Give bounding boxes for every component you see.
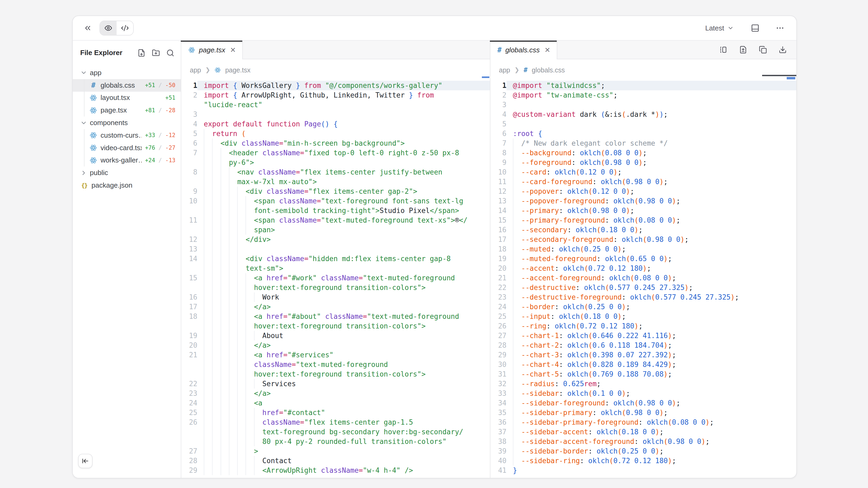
- code-line[interactable]: 35 --sidebar-primary: oklch(0.98 0 0);: [490, 408, 796, 418]
- tree-folder-app[interactable]: app: [73, 67, 181, 79]
- code-line[interactable]: 27 >: [181, 446, 490, 456]
- code-line[interactable]: 6:root {: [490, 129, 796, 138]
- version-dropdown[interactable]: Latest: [702, 24, 737, 33]
- code-line[interactable]: 16 --secondary: oklch(0.18 0 0);: [490, 225, 796, 235]
- code-line[interactable]: 36 --sidebar-primary-foreground: oklch(0…: [490, 418, 796, 427]
- code-editor-globals-css[interactable]: 1@import "tailwindcss";2@import "tw-anim…: [490, 81, 796, 478]
- file-diff-button[interactable]: [737, 43, 749, 56]
- collapse-sidebar-button[interactable]: [78, 454, 93, 468]
- code-line[interactable]: 17 </a>: [181, 302, 490, 312]
- code-line[interactable]: 18 <a href="#about" className="text-mute…: [181, 312, 490, 321]
- code-line[interactable]: 30 --chart-4: oklch(0.828 0.189 84.429);: [490, 360, 796, 369]
- code-line[interactable]: 24 <a: [181, 398, 490, 408]
- code-line[interactable]: 28 Contact: [181, 456, 490, 465]
- split-panel-button[interactable]: [717, 43, 730, 56]
- code-line[interactable]: 7 /* New dark elegant color scheme */: [490, 138, 796, 148]
- code-line[interactable]: "lucide-react": [181, 100, 490, 109]
- code-line[interactable]: 18 --muted: oklch(0.25 0 0);: [490, 244, 796, 254]
- code-line[interactable]: 13 --popover-foreground: oklch(0.98 0 0)…: [490, 196, 796, 206]
- code-line[interactable]: 3: [181, 109, 490, 119]
- code-line[interactable]: 23 </a>: [181, 389, 490, 398]
- code-line[interactable]: 16 Work: [181, 292, 490, 302]
- tree-folder-public[interactable]: public: [73, 166, 181, 179]
- code-line[interactable]: 40 --sidebar-ring: oklch(0.72 0.12 180);: [490, 456, 796, 465]
- code-line[interactable]: 26 className="flex items-center gap-1.5: [181, 418, 490, 427]
- code-editor-page-tsx[interactable]: 1import { WorksGallery } from "@/compone…: [181, 81, 490, 478]
- new-file-button[interactable]: [137, 49, 146, 57]
- code-line[interactable]: 12 --popover: oklch(0.12 0 0);: [490, 187, 796, 196]
- chevrons-left-button[interactable]: [81, 22, 94, 34]
- preview-toggle-button[interactable]: [100, 21, 117, 35]
- tree-file-package.json[interactable]: {}package.json: [73, 179, 181, 192]
- code-line[interactable]: 4export default function Page() {: [181, 119, 490, 129]
- tree-file-globals.css[interactable]: #globals.css+51 / -50: [73, 79, 181, 92]
- tree-file-video-card.tsx[interactable]: video-card.tsx+76 / -27: [73, 142, 181, 154]
- code-line[interactable]: 23 --destructive-foreground: oklch(0.577…: [490, 292, 796, 302]
- code-line[interactable]: 12 </div>: [181, 235, 490, 244]
- code-line[interactable]: 14 --primary: oklch(0.98 0 0);: [490, 206, 796, 216]
- code-line[interactable]: 21 <a href="#services": [181, 350, 490, 360]
- code-line[interactable]: 15 --primary-foreground: oklch(0.08 0 0)…: [490, 216, 796, 225]
- code-line[interactable]: 7 <header className="fixed top-0 left-0 …: [181, 148, 490, 158]
- breadcrumb-folder[interactable]: app: [499, 66, 510, 74]
- code-line[interactable]: 19 --muted-foreground: oklch(0.65 0 0);: [490, 254, 796, 263]
- close-tab-icon[interactable]: ✕: [229, 45, 237, 55]
- scroll-indicator[interactable]: [762, 75, 796, 76]
- code-line[interactable]: 1@import "tailwindcss";: [490, 81, 796, 90]
- code-line[interactable]: 2import { ArrowUpRight, Github, Linkedin…: [181, 90, 490, 100]
- code-line[interactable]: 80 px-4 py-2 rounded-full transition-col…: [181, 437, 490, 446]
- tab-page-tsx[interactable]: page.tsx ✕: [181, 41, 243, 59]
- code-line[interactable]: 19 About: [181, 331, 490, 340]
- code-line[interactable]: 22 --destructive: oklch(0.577 0.245 27.3…: [490, 283, 796, 292]
- code-line[interactable]: 33 --sidebar: oklch(0.1 0 0);: [490, 389, 796, 398]
- code-line[interactable]: 6 <div className="min-h-screen bg-backgr…: [181, 138, 490, 148]
- code-line[interactable]: max-w-7xl mx-auto">: [181, 177, 490, 187]
- code-line[interactable]: hover:text-foreground transition-colors"…: [181, 369, 490, 379]
- code-line[interactable]: 1import { WorksGallery } from "@/compone…: [181, 81, 490, 90]
- code-line[interactable]: 41}: [490, 465, 796, 475]
- more-options-button[interactable]: [773, 21, 787, 35]
- code-line[interactable]: text-foreground bg-secondary hover:bg-se…: [181, 427, 490, 437]
- code-line[interactable]: text-sm">: [181, 263, 490, 273]
- code-line[interactable]: 22 Services: [181, 379, 490, 389]
- code-line[interactable]: 39 --sidebar-border: oklch(0.25 0 0);: [490, 446, 796, 456]
- code-line[interactable]: span>: [181, 225, 490, 235]
- code-line[interactable]: 20 </a>: [181, 340, 490, 350]
- close-tab-icon[interactable]: ✕: [544, 45, 551, 55]
- tree-folder-components[interactable]: components: [73, 117, 181, 129]
- code-line[interactable]: 38 --sidebar-accent-foreground: oklch(0.…: [490, 437, 796, 446]
- code-line[interactable]: 21 --accent-foreground: oklch(0.08 0 0);: [490, 273, 796, 283]
- breadcrumb-folder[interactable]: app: [190, 66, 201, 74]
- code-line[interactable]: 10 --card: oklch(0.12 0 0);: [490, 167, 796, 177]
- code-line[interactable]: 9 --foreground: oklch(0.98 0 0);: [490, 158, 796, 167]
- code-line[interactable]: 26 --ring: oklch(0.72 0.12 180);: [490, 321, 796, 331]
- breadcrumb-file[interactable]: page.tsx: [225, 66, 251, 74]
- code-line[interactable]: 37 --sidebar-accent: oklch(0.18 0 0);: [490, 427, 796, 437]
- code-line[interactable]: 31 --chart-5: oklch(0.769 0.188 70.08);: [490, 369, 796, 379]
- code-line[interactable]: 11 <span className="text-muted-foregroun…: [181, 216, 490, 225]
- code-line[interactable]: 8 <nav className="flex items-center just…: [181, 167, 490, 177]
- panel-bottom-button[interactable]: [749, 22, 762, 34]
- code-line[interactable]: 24 --border: oklch(0.25 0 0);: [490, 302, 796, 312]
- code-line[interactable]: 25 --input: oklch(0.18 0 0);: [490, 312, 796, 321]
- copy-button[interactable]: [757, 43, 769, 56]
- code-line[interactable]: font-semibold tracking-tight">Studio Pix…: [181, 206, 490, 216]
- code-line[interactable]: 17 --secondary-foreground: oklch(0.98 0 …: [490, 235, 796, 244]
- tab-globals-css[interactable]: # globals.css ✕: [490, 41, 557, 59]
- tree-file-page.tsx[interactable]: page.tsx+81 / -28: [73, 104, 181, 117]
- code-line[interactable]: 20 --accent: oklch(0.72 0.12 180);: [490, 263, 796, 273]
- code-line[interactable]: 8 --background: oklch(0.08 0 0);: [490, 148, 796, 158]
- download-button[interactable]: [777, 43, 789, 56]
- code-line[interactable]: 25 href="#contact": [181, 408, 490, 418]
- code-line[interactable]: 3: [490, 100, 796, 109]
- code-line[interactable]: 5 return (: [181, 129, 490, 138]
- code-line[interactable]: 27 --chart-1: oklch(0.646 0.222 41.116);: [490, 331, 796, 340]
- code-line[interactable]: 5: [490, 119, 796, 129]
- code-line[interactable]: 34 --sidebar-foreground: oklch(0.98 0 0)…: [490, 398, 796, 408]
- search-files-button[interactable]: [166, 49, 174, 57]
- code-line[interactable]: py-6">: [181, 158, 490, 167]
- code-line[interactable]: 11 --card-foreground: oklch(0.98 0 0);: [490, 177, 796, 187]
- code-line[interactable]: 9 <div className="flex items-center gap-…: [181, 187, 490, 196]
- tree-file-layout.tsx[interactable]: layout.tsx+51: [73, 92, 181, 104]
- code-line[interactable]: 29 --chart-3: oklch(0.398 0.07 227.392);: [490, 350, 796, 360]
